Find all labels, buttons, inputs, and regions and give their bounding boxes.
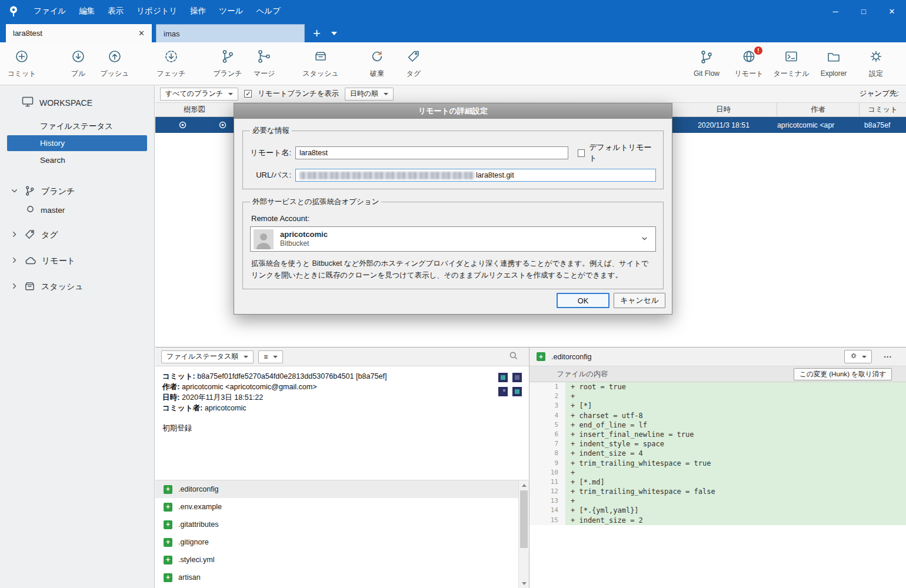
diff-line: 14+ [*.{yml,yaml}]	[529, 506, 906, 515]
menu-actions[interactable]: 操作	[184, 0, 212, 22]
scroll-down-icon[interactable]	[519, 579, 529, 588]
dialog-buttons: OK キャンセル	[557, 293, 665, 308]
scrollbar-thumb[interactable]	[520, 490, 528, 548]
diff-line: 3+ [*]	[529, 401, 906, 410]
diff-line: 2+	[529, 392, 906, 401]
sidebar-item-file-status[interactable]: ファイルステータス	[7, 118, 147, 134]
file-sort-dropdown[interactable]: ファイルステータス順	[161, 350, 254, 363]
committer-name: apricotcomic	[205, 404, 247, 412]
scrollbar[interactable]	[518, 480, 529, 588]
search-icon[interactable]	[509, 351, 518, 363]
merge-button[interactable]: マージ	[246, 45, 282, 82]
list-view-icon: ≡	[264, 353, 268, 361]
tab-lara8test[interactable]: lara8test ✕	[6, 24, 152, 42]
chevron-down-icon	[273, 356, 278, 358]
file-row[interactable]: + .styleci.yml	[155, 551, 518, 569]
push-button[interactable]: プッシュ	[96, 45, 133, 82]
diff-line: 1+ root = true	[529, 382, 906, 392]
tab-label: lara8test	[13, 29, 42, 38]
menu-repository[interactable]: リポジトリ	[130, 0, 184, 22]
integration-legend: 外部サービスとの拡張統合オプション	[250, 197, 381, 207]
hunk-title: ファイルの内容	[557, 369, 608, 379]
sidebar-section-tags[interactable]: タグ	[0, 226, 154, 245]
menu-help[interactable]: ヘルプ	[250, 0, 287, 22]
tab-overflow-icon[interactable]	[331, 32, 337, 35]
commit-author-full: apricotcomic <apricotcomic@gmail.com>	[182, 383, 317, 391]
chevron-down-icon[interactable]	[11, 187, 18, 196]
commit-message: 初期登録	[162, 423, 522, 434]
graph-node-icon	[179, 121, 186, 131]
stash-box-icon	[24, 280, 35, 293]
remote-branches-label: リモートブランチを表示	[258, 89, 339, 99]
branch-filter-dropdown[interactable]: すべてのブランチ	[160, 88, 238, 101]
stash-button[interactable]: スタッシュ	[302, 45, 339, 82]
remote-account-select[interactable]: apricotcomic Bitbucket	[250, 226, 656, 252]
url-visible-text: lara8test.git	[476, 171, 514, 179]
remote-name-input[interactable]	[295, 146, 568, 159]
sidebar-item-history[interactable]: History	[7, 135, 147, 151]
diff-line: 9+ trim_trailing_whitespace = true	[529, 459, 906, 468]
menu-view[interactable]: 表示	[101, 0, 130, 22]
file-row[interactable]: + .editorconfig	[155, 480, 518, 498]
file-row[interactable]: + .gitignore	[155, 533, 518, 551]
close-icon[interactable]: ✕	[878, 0, 906, 22]
sidebar-item-search[interactable]: Search	[7, 152, 147, 168]
account-avatar	[254, 229, 274, 249]
remote-settings-dialog: リモートの詳細設定 必要な情報 リモート名: デフォルトリモート URL/パス:	[234, 103, 672, 315]
maximize-icon[interactable]: □	[850, 0, 878, 22]
tab-imas[interactable]: imas	[156, 24, 305, 42]
commit-sha: b8a75ef	[860, 121, 906, 129]
commit-detail-panel: ファイルステータス順 ≡ コミット: b8a75ef01fdfe5270a54f…	[155, 348, 529, 588]
chevron-right-icon[interactable]	[11, 282, 18, 292]
commit-button[interactable]: コミット	[4, 45, 40, 82]
chevron-down-icon	[244, 356, 248, 358]
chevron-right-icon[interactable]	[11, 230, 18, 240]
remote-branches-checkbox[interactable]: ✓	[244, 90, 252, 98]
menu-file[interactable]: ファイル	[27, 0, 72, 22]
ok-button[interactable]: OK	[557, 293, 609, 308]
branch-icon	[24, 185, 35, 198]
sidebar: WORKSPACE ファイルステータス History Search ブランチ …	[0, 85, 155, 588]
chevron-right-icon[interactable]	[11, 256, 18, 266]
sidebar-section-stashes[interactable]: スタッシュ	[0, 278, 154, 296]
file-row[interactable]: + .env.example	[155, 498, 518, 516]
minimize-icon[interactable]: ─	[821, 0, 850, 22]
url-input[interactable]: lara8test.git	[295, 169, 656, 182]
sidebar-section-remotes[interactable]: リモート	[0, 252, 154, 270]
gitflow-button[interactable]: Git Flow	[688, 45, 725, 82]
diff-options-dropdown[interactable]	[844, 350, 872, 363]
view-mode-dropdown[interactable]: ≡	[258, 350, 283, 363]
explorer-folder-icon	[826, 49, 841, 66]
branch-icon	[220, 49, 235, 66]
tag-button[interactable]: タグ	[395, 45, 432, 82]
settings-button[interactable]: 設定	[858, 45, 894, 82]
file-row[interactable]: + .gitattributes	[155, 516, 518, 533]
pull-button[interactable]: プル	[60, 45, 96, 82]
branch-button[interactable]: ブランチ	[209, 45, 246, 82]
menu-tools[interactable]: ツール	[212, 0, 249, 22]
file-added-icon: +	[537, 352, 545, 361]
merge-icon	[257, 49, 272, 66]
remote-button[interactable]: ! リモート	[731, 45, 767, 82]
close-tab-icon[interactable]: ✕	[132, 29, 145, 38]
diff-line: 13+	[529, 496, 906, 506]
scroll-up-icon[interactable]	[519, 480, 529, 490]
sort-order-dropdown[interactable]: 日時の順	[345, 88, 394, 101]
undo-hunk-button[interactable]: この変更 (Hunk) を取り消す	[794, 368, 892, 380]
discard-button[interactable]: 破棄	[359, 45, 395, 82]
menu-edit[interactable]: 編集	[72, 0, 101, 22]
sidebar-branch-master[interactable]: master	[0, 201, 154, 219]
column-date: 日時	[670, 103, 777, 116]
diff-line: 12+ trim_trailing_whitespace = false	[529, 487, 906, 496]
sidebar-section-branches[interactable]: ブランチ	[0, 182, 154, 201]
cancel-button[interactable]: キャンセル	[614, 293, 665, 308]
explorer-button[interactable]: Explorer	[815, 45, 852, 82]
terminal-button[interactable]: ターミナル	[773, 45, 810, 82]
file-row[interactable]: + artisan	[155, 569, 518, 586]
diff-line: 7+ indent_style = space	[529, 439, 906, 449]
more-options-button[interactable]: ...	[878, 350, 899, 363]
default-remote-checkbox[interactable]	[578, 149, 585, 157]
required-info-group: 必要な情報 リモート名: デフォルトリモート URL/パス: lara8test…	[242, 126, 664, 189]
fetch-button[interactable]: フェッチ	[153, 45, 189, 82]
new-tab-button[interactable]: +	[305, 27, 329, 42]
